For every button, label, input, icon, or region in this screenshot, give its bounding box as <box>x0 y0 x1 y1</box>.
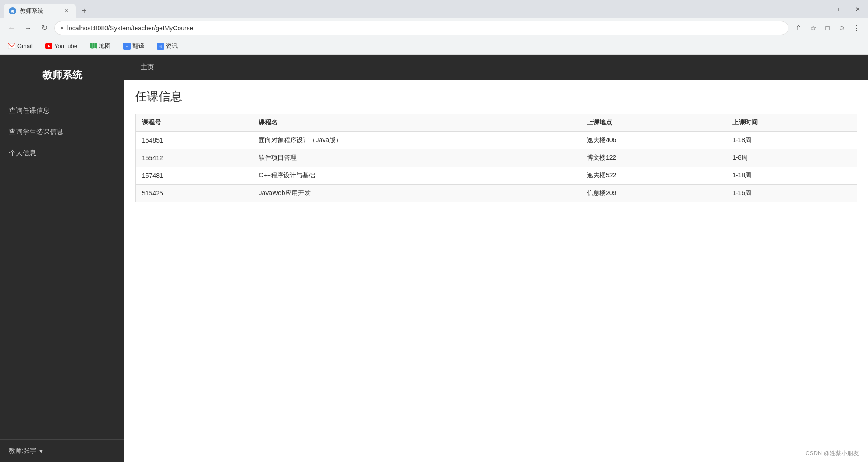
cell-course-name: JavaWeb应用开发 <box>252 185 580 202</box>
col-header-schedule: 上课时间 <box>726 114 857 132</box>
watermark: CSDN @姓蔡小朋友 <box>805 449 859 457</box>
maps-label: 地图 <box>99 42 111 50</box>
cell-course-name: 软件项目管理 <box>252 149 580 167</box>
gmail-label: Gmail <box>17 43 33 49</box>
tab-title: 教师系统 <box>20 7 43 15</box>
new-tab-button[interactable]: + <box>78 5 90 17</box>
cell-course-name: 面向对象程序设计（Java版） <box>252 132 580 149</box>
maps-icon <box>90 43 97 50</box>
cell-course-id: 155412 <box>136 149 252 167</box>
sidebar-nav: 查询任课信息 查询学生选课信息 个人信息 <box>0 95 124 439</box>
browser-chrome: 教 教师系统 ✕ + ← → ↻ ● localhost:8080/System… <box>0 0 868 55</box>
table-header: 课程号 课程名 上课地点 上课时间 <box>136 114 857 132</box>
cell-location: 逸夫楼522 <box>580 167 726 185</box>
address-text: localhost:8080/System/teacher/getMyCours… <box>67 24 193 32</box>
table-body: 154851面向对象程序设计（Java版）逸夫楼4061-18周155412软件… <box>136 132 857 202</box>
active-tab[interactable]: 教 教师系统 ✕ <box>4 4 76 18</box>
app-container: 教师系统 查询任课信息 查询学生选课信息 个人信息 教师:张宇 ▼ 主页 任课信… <box>0 55 868 462</box>
sidebar: 教师系统 查询任课信息 查询学生选课信息 个人信息 教师:张宇 ▼ <box>0 55 124 462</box>
bookmark-news[interactable]: 新 资讯 <box>154 41 180 51</box>
col-header-location: 上课地点 <box>580 114 726 132</box>
table-row: 515425JavaWeb应用开发信息楼2091-16周 <box>136 185 857 202</box>
back-button[interactable]: ← <box>5 22 18 34</box>
col-header-course-id: 课程号 <box>136 114 252 132</box>
nav-right-controls: ⇧ ☆ □ ☺ ⋮ <box>792 22 863 34</box>
main-header-nav: 主页 <box>135 63 160 71</box>
youtube-label: YouTube <box>54 43 77 49</box>
window-controls: — □ ✕ <box>806 0 868 18</box>
cell-course-id: 515425 <box>136 185 252 202</box>
header-nav-home[interactable]: 主页 <box>135 59 160 74</box>
bookmark-maps[interactable]: 地图 <box>87 41 113 51</box>
table-row: 155412软件项目管理博文楼1221-8周 <box>136 149 857 167</box>
news-label: 资讯 <box>166 42 178 50</box>
main-area: 主页 任课信息 课程号 课程名 上课地点 上课时间 154851面向对象程序设计… <box>124 55 868 462</box>
svg-text:教: 教 <box>10 10 15 14</box>
bookmark-button[interactable]: ☆ <box>807 22 819 34</box>
youtube-icon <box>45 43 52 50</box>
tab-favicon: 教 <box>9 7 16 14</box>
main-content: 任课信息 课程号 课程名 上课地点 上课时间 154851面向对象程序设计（Ja… <box>124 80 868 462</box>
gmail-icon <box>8 43 15 50</box>
nav-bar: ← → ↻ ● localhost:8080/System/teacher/ge… <box>0 18 868 38</box>
maximize-button[interactable]: □ <box>826 2 847 16</box>
course-table: 课程号 课程名 上课地点 上课时间 154851面向对象程序设计（Java版）逸… <box>135 114 857 202</box>
cell-course-name: C++程序设计与基础 <box>252 167 580 185</box>
table-row: 154851面向对象程序设计（Java版）逸夫楼4061-18周 <box>136 132 857 149</box>
bookmark-translate[interactable]: 文 翻译 <box>121 41 147 51</box>
minimize-button[interactable]: — <box>806 2 826 16</box>
cell-schedule: 1-16周 <box>726 185 857 202</box>
tab-bar: 教 教师系统 ✕ + <box>0 0 868 18</box>
bookmarks-bar: Gmail YouTube 地图 <box>0 38 868 54</box>
sidebar-item-personal-info[interactable]: 个人信息 <box>0 143 124 164</box>
address-lock-icon: ● <box>60 24 64 31</box>
col-header-course-name: 课程名 <box>252 114 580 132</box>
menu-button[interactable]: ⋮ <box>850 22 863 34</box>
close-button[interactable]: ✕ <box>847 2 868 16</box>
dropdown-arrow-icon[interactable]: ▼ <box>38 448 44 455</box>
cell-location: 逸夫楼406 <box>580 132 726 149</box>
svg-marker-5 <box>90 43 97 49</box>
teacher-name: 教师:张宇 <box>9 447 36 455</box>
svg-text:文: 文 <box>125 45 129 49</box>
translate-label: 翻译 <box>132 42 144 50</box>
cell-schedule: 1-18周 <box>726 167 857 185</box>
table-row: 157481C++程序设计与基础逸夫楼5221-18周 <box>136 167 857 185</box>
sidebar-item-query-student[interactable]: 查询学生选课信息 <box>0 121 124 143</box>
page-title: 任课信息 <box>135 89 857 105</box>
sidebar-title: 教师系统 <box>0 55 124 95</box>
table-header-row: 课程号 课程名 上课地点 上课时间 <box>136 114 857 132</box>
bookmark-gmail[interactable]: Gmail <box>5 42 35 51</box>
translate-icon: 文 <box>123 43 131 50</box>
forward-button[interactable]: → <box>22 22 34 34</box>
bookmark-youtube[interactable]: YouTube <box>42 42 80 51</box>
reload-button[interactable]: ↻ <box>38 22 51 34</box>
cell-location: 信息楼209 <box>580 185 726 202</box>
sidebar-item-query-course[interactable]: 查询任课信息 <box>0 100 124 121</box>
cell-schedule: 1-8周 <box>726 149 857 167</box>
cell-course-id: 154851 <box>136 132 252 149</box>
cell-schedule: 1-18周 <box>726 132 857 149</box>
cell-course-id: 157481 <box>136 167 252 185</box>
cell-location: 博文楼122 <box>580 149 726 167</box>
sidebar-footer: 教师:张宇 ▼ <box>0 439 124 462</box>
news-icon: 新 <box>157 43 164 50</box>
extension-button[interactable]: □ <box>821 22 834 34</box>
main-header: 主页 <box>124 55 868 80</box>
tab-close-button[interactable]: ✕ <box>62 7 71 15</box>
svg-text:新: 新 <box>159 45 162 48</box>
profile-button[interactable]: ☺ <box>835 22 848 34</box>
share-button[interactable]: ⇧ <box>792 22 805 34</box>
address-bar[interactable]: ● localhost:8080/System/teacher/getMyCou… <box>54 21 788 35</box>
